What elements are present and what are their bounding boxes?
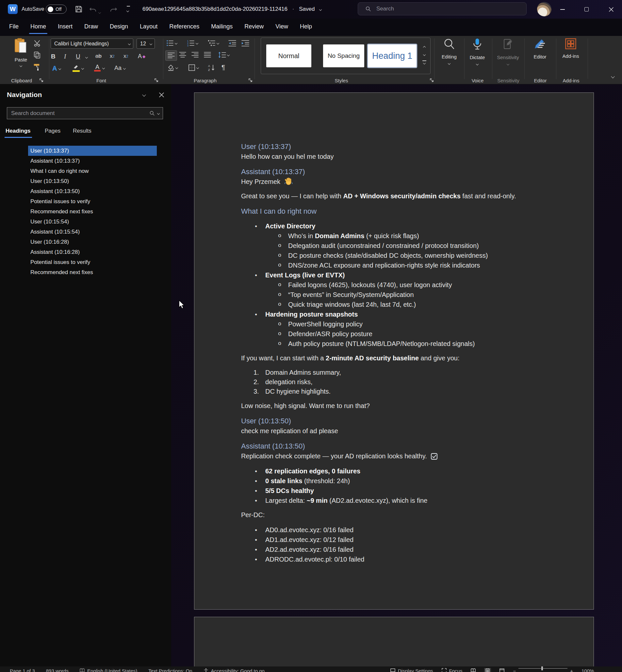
navigation-close-icon[interactable] xyxy=(159,92,164,98)
clear-formatting-button[interactable]: A◆ xyxy=(138,53,145,60)
focus-button[interactable]: Focus xyxy=(442,668,462,672)
status-item[interactable]: 893 words xyxy=(46,668,69,672)
nav-heading-item[interactable]: Assistant (10:15:54) xyxy=(0,227,171,237)
status-item[interactable]: Accessibility: Good to go xyxy=(204,668,265,672)
style-card-heading-1[interactable]: Heading 1 xyxy=(368,44,417,67)
line-spacing-button[interactable] xyxy=(218,51,229,58)
menu-tab-home[interactable]: Home xyxy=(25,19,52,35)
web-layout-button[interactable] xyxy=(499,668,505,672)
nav-tab-results[interactable]: Results xyxy=(73,128,102,138)
display-settings-button[interactable]: Display Settings xyxy=(390,668,433,672)
undo-button[interactable] xyxy=(89,5,101,15)
autosave-toggle[interactable]: Off xyxy=(46,5,67,14)
nav-heading-item[interactable]: Assistant (10:16:28) xyxy=(0,247,171,257)
nav-heading-item[interactable]: User (10:13:50) xyxy=(0,176,171,186)
menu-tab-references[interactable]: References xyxy=(163,19,205,35)
style-card-no-spacing[interactable]: No Spacing xyxy=(323,44,364,67)
paste-button[interactable]: Paste xyxy=(9,38,33,76)
font-name-combobox[interactable]: Calibri Light (Headings) xyxy=(50,39,133,49)
menu-tab-draw[interactable]: Draw xyxy=(78,19,104,35)
shading-button[interactable] xyxy=(167,64,178,71)
maximize-button[interactable] xyxy=(577,0,596,19)
nav-heading-item[interactable]: What I can do right now xyxy=(0,166,171,176)
style-card-normal[interactable]: Normal xyxy=(266,44,311,67)
nav-heading-item[interactable]: Assistant (10:13:50) xyxy=(0,186,171,196)
italic-button[interactable]: I xyxy=(64,53,66,60)
numbering-button[interactable]: 123 xyxy=(187,39,198,47)
zoom-out-icon[interactable]: − xyxy=(513,668,516,672)
document-title[interactable]: 690aeae1295645a883b35b8d1dd2c0da-2026021… xyxy=(142,6,321,12)
menu-tab-insert[interactable]: Insert xyxy=(52,19,78,35)
nav-heading-item[interactable]: User (10:16:28) xyxy=(0,237,171,247)
font-size-combobox[interactable]: 12 xyxy=(137,39,155,49)
bullets-button[interactable] xyxy=(166,39,177,47)
multilevel-list-button[interactable] xyxy=(208,39,219,47)
collapse-ribbon-chevron-icon[interactable] xyxy=(611,74,615,78)
menu-tab-design[interactable]: Design xyxy=(104,19,134,35)
status-item[interactable]: Text Predictions: On xyxy=(148,668,192,672)
editor-button[interactable]: Editor xyxy=(526,38,554,77)
dictate-button[interactable]: Dictate xyxy=(463,38,491,77)
align-left-button[interactable] xyxy=(165,50,177,61)
font-dialog-launcher-icon[interactable] xyxy=(154,78,159,83)
font-color-button[interactable]: A xyxy=(94,64,105,72)
sort-button[interactable]: AZ xyxy=(208,64,216,71)
account-avatar[interactable] xyxy=(537,2,551,16)
styles-dialog-launcher-icon[interactable] xyxy=(429,78,434,83)
navigation-search-input[interactable]: Search document xyxy=(7,107,163,119)
borders-button[interactable] xyxy=(188,64,199,71)
nav-heading-item[interactable]: Recommended next fixes xyxy=(0,267,171,277)
search-input[interactable]: Search xyxy=(358,2,527,15)
nav-tab-headings[interactable]: Headings xyxy=(5,128,45,138)
document-page-1[interactable]: User (10:13:37)Hello how can you hel me … xyxy=(194,93,594,610)
nav-heading-item[interactable]: Assistant (10:13:37) xyxy=(0,156,171,166)
menu-tab-view[interactable]: View xyxy=(270,19,294,35)
align-right-button[interactable] xyxy=(192,51,199,58)
save-button[interactable] xyxy=(74,5,83,15)
decrease-indent-button[interactable] xyxy=(228,39,237,47)
nav-tab-pages[interactable]: Pages xyxy=(45,128,73,138)
nav-heading-item[interactable]: Recommended next fixes xyxy=(0,207,171,217)
nav-heading-item[interactable]: User (10:15:54) xyxy=(0,217,171,227)
text-effects-button[interactable]: A xyxy=(52,65,61,72)
print-layout-button[interactable] xyxy=(484,668,491,672)
underline-button[interactable]: U xyxy=(76,53,80,60)
nav-heading-item[interactable]: Potential issues to verify xyxy=(0,196,171,207)
superscript-button[interactable]: x2 xyxy=(124,53,128,60)
zoom-in-icon[interactable]: + xyxy=(570,668,573,672)
document-page-2[interactable] xyxy=(194,617,594,669)
status-item[interactable]: Page 1 of 3 xyxy=(10,668,35,672)
nav-heading-item[interactable]: Potential issues to verify xyxy=(0,257,171,267)
cut-button[interactable] xyxy=(33,39,41,47)
increase-indent-button[interactable] xyxy=(241,39,250,47)
editing-find-button[interactable]: Editing xyxy=(435,38,463,77)
align-center-button[interactable] xyxy=(179,51,186,58)
bold-button[interactable]: B xyxy=(51,53,56,60)
minimize-button[interactable] xyxy=(553,0,572,19)
status-item[interactable]: English (United States) xyxy=(80,668,137,672)
highlight-color-button[interactable] xyxy=(72,65,83,72)
menu-tab-layout[interactable]: Layout xyxy=(134,19,163,35)
show-formatting-button[interactable]: ¶ xyxy=(221,63,225,71)
justify-button[interactable] xyxy=(204,51,211,58)
close-button[interactable] xyxy=(602,0,621,19)
navigation-search-chevron-icon[interactable] xyxy=(157,112,160,114)
subscript-button[interactable]: x2 xyxy=(110,53,115,60)
navigation-collapse-chevron-icon[interactable] xyxy=(142,93,146,96)
styles-gallery-scroll[interactable] xyxy=(420,44,428,67)
nav-heading-item[interactable]: User (10:13:37) xyxy=(0,146,171,156)
quick-access-toolbar-chevron[interactable] xyxy=(127,6,130,13)
zoom-slider[interactable]: − + xyxy=(513,668,573,672)
read-mode-button[interactable] xyxy=(471,668,476,672)
add-ins-button[interactable]: Add-ins xyxy=(557,38,585,77)
menu-tab-file[interactable]: File xyxy=(3,19,25,35)
menu-tab-mailings[interactable]: Mailings xyxy=(205,19,239,35)
strikethrough-button[interactable]: ab xyxy=(95,53,102,60)
format-painter-button[interactable] xyxy=(33,63,41,71)
redo-button[interactable] xyxy=(109,5,117,15)
underline-chevron-icon[interactable] xyxy=(85,56,88,59)
word-logo[interactable]: W xyxy=(8,4,18,14)
clipboard-dialog-launcher-icon[interactable] xyxy=(39,78,44,83)
menu-tab-help[interactable]: Help xyxy=(294,19,318,35)
copy-button[interactable] xyxy=(33,51,41,59)
